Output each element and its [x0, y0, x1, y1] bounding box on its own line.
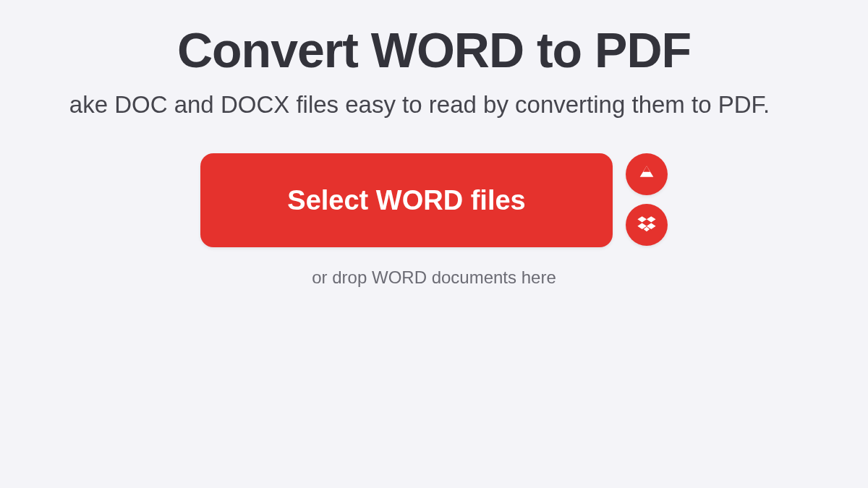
cloud-source-column	[626, 153, 668, 246]
drop-hint-text: or drop WORD documents here	[0, 267, 868, 288]
dropbox-button[interactable]	[626, 204, 668, 246]
upload-row: Select WORD files	[0, 153, 868, 247]
google-drive-icon	[637, 163, 657, 186]
main-container: Convert WORD to PDF ake DOC and DOCX fil…	[0, 0, 868, 288]
google-drive-button[interactable]	[626, 153, 668, 195]
select-files-label: Select WORD files	[287, 185, 525, 216]
page-subtitle: ake DOC and DOCX files easy to read by c…	[0, 91, 868, 119]
select-files-button[interactable]: Select WORD files	[200, 153, 613, 247]
dropbox-icon	[637, 214, 657, 236]
page-title: Convert WORD to PDF	[0, 22, 868, 78]
